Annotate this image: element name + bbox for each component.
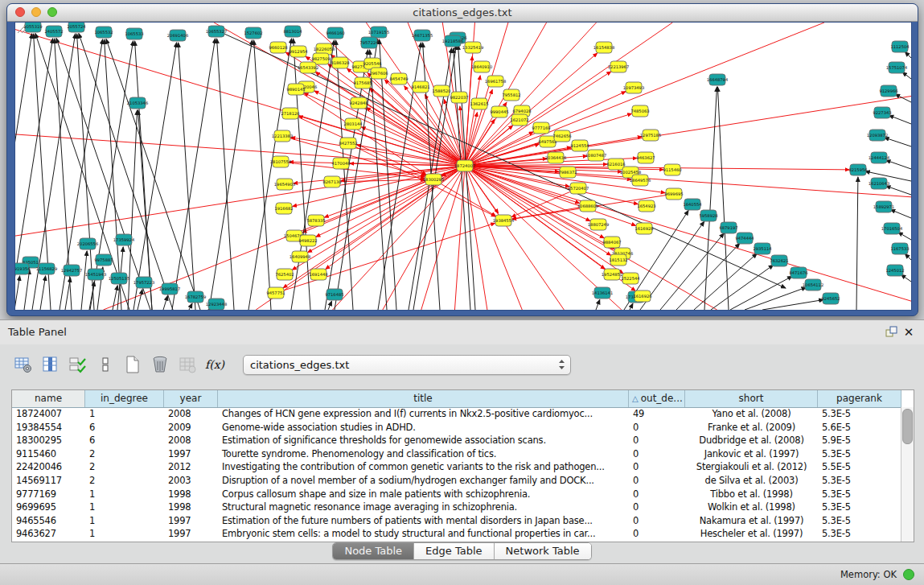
network-node[interactable]: 1588520 xyxy=(432,85,450,97)
black-edge[interactable] xyxy=(65,278,71,310)
network-node[interactable]: 9175685 xyxy=(353,77,372,89)
network-node[interactable]: 9227343 xyxy=(873,107,891,118)
column-header-out_de[interactable]: △out_de... xyxy=(629,390,685,407)
network-node[interactable]: 18807249 xyxy=(588,219,609,230)
select-column-icon[interactable] xyxy=(40,354,61,375)
network-window-titlebar[interactable]: citations_edges.txt xyxy=(7,4,918,22)
black-edge[interactable] xyxy=(890,209,911,218)
network-node[interactable]: 10654112 xyxy=(803,279,823,290)
table-selector-dropdown[interactable]: citations_edges.txt xyxy=(243,355,571,375)
black-edge[interactable] xyxy=(209,40,253,310)
black-edge[interactable] xyxy=(189,303,192,310)
black-edge[interactable] xyxy=(889,115,911,124)
table-row[interactable]: 2242004622012Investigating the contribut… xyxy=(12,460,901,474)
network-node[interactable]: 4170046 xyxy=(331,158,350,169)
tab-node-table[interactable]: Node Table xyxy=(333,543,414,559)
network-node[interactable]: 9890145 xyxy=(286,84,305,95)
black-edge[interactable] xyxy=(294,39,310,310)
network-node[interactable]: 2967606 xyxy=(369,68,388,79)
network-node[interactable]: 17016504 xyxy=(881,223,903,234)
network-node[interactable]: 1527602 xyxy=(244,27,262,39)
black-edge[interactable] xyxy=(217,39,234,310)
network-node[interactable]: 2405572 xyxy=(44,26,63,37)
network-node[interactable]: 2803144 xyxy=(343,118,363,130)
black-edge[interactable] xyxy=(454,48,470,310)
network-node[interactable]: 12923448 xyxy=(206,299,227,310)
table-row[interactable]: 977716911998Corpus callosum shape and si… xyxy=(12,488,901,501)
network-node[interactable]: 17957223 xyxy=(133,277,154,288)
network-node[interactable]: 19524851 xyxy=(602,269,622,280)
network-node[interactable]: 12213967 xyxy=(608,61,629,72)
network-node[interactable]: 9990445 xyxy=(490,106,508,117)
column-header-name[interactable]: name xyxy=(12,390,85,407)
network-node[interactable]: 16210643 xyxy=(869,178,889,189)
red-edge[interactable] xyxy=(421,166,465,310)
network-node[interactable]: 7625402 xyxy=(275,269,294,280)
network-node[interactable]: 9660128 xyxy=(269,42,287,53)
network-canvas[interactable]: 1872400720553192405572205572410655321065… xyxy=(14,22,912,311)
network-node[interactable]: 8267130 xyxy=(322,176,341,187)
network-node[interactable]: 8186328 xyxy=(331,57,349,68)
function-builder-icon[interactable]: f(x) xyxy=(204,354,225,375)
black-edge[interactable] xyxy=(163,296,167,310)
black-edge[interactable] xyxy=(885,186,911,195)
minimize-window-button[interactable] xyxy=(31,7,41,17)
network-node[interactable]: 18649576 xyxy=(630,175,651,186)
network-node[interactable]: 9777169 xyxy=(532,122,550,134)
network-node[interactable]: 16782759 xyxy=(185,291,206,303)
network-node[interactable]: 1362615 xyxy=(470,98,488,109)
red-edge[interactable] xyxy=(465,23,672,166)
network-node[interactable]: 9457751 xyxy=(266,287,285,299)
network-node[interactable]: 2718126 xyxy=(281,108,299,119)
black-edge[interactable] xyxy=(24,270,30,310)
network-node[interactable]: 19654903 xyxy=(274,179,295,190)
network-node[interactable]: 1640554 xyxy=(683,199,702,210)
network-node[interactable]: 9129966 xyxy=(879,85,897,97)
network-node[interactable]: 20206556 xyxy=(77,238,98,249)
network-node[interactable]: 16409948 xyxy=(290,251,310,262)
red-edge[interactable] xyxy=(465,166,631,179)
network-node[interactable]: 1815132 xyxy=(609,254,627,266)
black-edge[interactable] xyxy=(105,39,121,310)
network-node[interactable]: 19995817 xyxy=(159,283,180,295)
tab-edge-table[interactable]: Edge Table xyxy=(414,543,494,559)
network-node[interactable]: 9242848 xyxy=(349,97,368,109)
network-node[interactable]: 7957224 xyxy=(359,37,379,48)
memory-status-dot[interactable] xyxy=(903,569,914,580)
network-node[interactable]: 7632621 xyxy=(770,255,788,266)
network-node[interactable]: 16961758 xyxy=(485,76,506,87)
match-rows-icon[interactable] xyxy=(68,354,88,375)
network-node[interactable]: 3919354 xyxy=(15,263,31,274)
red-edge[interactable] xyxy=(511,188,578,217)
network-node[interactable]: 17359924 xyxy=(113,234,135,245)
zoom-window-button[interactable] xyxy=(47,7,57,17)
close-panel-icon[interactable]: ✕ xyxy=(901,325,916,340)
column-header-title[interactable]: title xyxy=(218,390,629,407)
table-row[interactable]: 969969511998Structural magnetic resonanc… xyxy=(12,501,901,514)
network-node[interactable]: 16154838 xyxy=(593,42,614,53)
create-table-icon[interactable] xyxy=(122,354,143,375)
network-node[interactable]: 5878335 xyxy=(306,215,325,226)
network-node[interactable]: 18107554 xyxy=(270,156,292,167)
black-edge[interactable] xyxy=(762,299,823,310)
network-node[interactable]: 9463627 xyxy=(636,152,655,163)
table-row[interactable]: 1938455462009Genome-wide association stu… xyxy=(12,421,901,435)
table-row[interactable]: 1830029562008Estimation of significance … xyxy=(12,434,901,447)
table-scrollbar-thumb[interactable] xyxy=(902,409,913,444)
network-node[interactable]: 9822037 xyxy=(450,92,468,103)
red-edge[interactable] xyxy=(465,166,911,301)
red-edge[interactable] xyxy=(314,91,465,166)
black-edge[interactable] xyxy=(596,299,600,310)
network-node[interactable]: 9124554 xyxy=(570,140,589,151)
network-node[interactable]: 1621072 xyxy=(510,114,528,126)
network-node[interactable]: 12444124 xyxy=(869,152,890,163)
table-settings-icon[interactable] xyxy=(13,354,34,375)
black-edge[interactable] xyxy=(113,286,117,310)
network-node[interactable]: 1916682 xyxy=(274,203,293,214)
red-edge[interactable] xyxy=(465,166,487,310)
black-edge[interactable] xyxy=(15,276,20,310)
black-edge[interactable] xyxy=(704,87,717,310)
network-node[interactable]: 18724007 xyxy=(454,160,475,171)
network-node[interactable]: 21053346 xyxy=(127,97,148,109)
tab-network-table[interactable]: Network Table xyxy=(495,543,591,559)
